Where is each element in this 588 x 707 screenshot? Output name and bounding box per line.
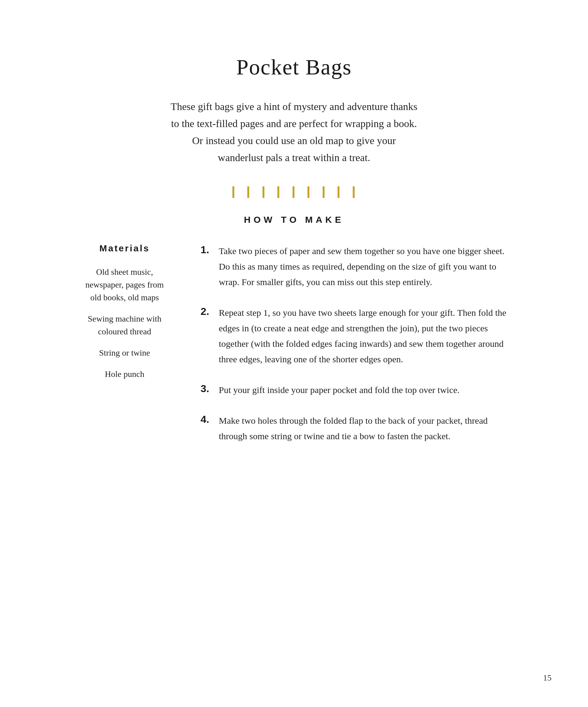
how-to-make-heading: HOW TO MAKE: [79, 214, 509, 225]
page: Pocket Bags These gift bags give a hint …: [0, 0, 588, 707]
step-3-number: 3.: [201, 382, 219, 395]
content-area: Materials Old sheet music, newspaper, pa…: [79, 243, 509, 459]
step-3-text: Put your gift inside your paper pocket a…: [219, 382, 459, 398]
decorative-divider: ❙ ❙ ❙ ❙ ❙ ❙ ❙ ❙ ❙: [79, 184, 509, 198]
materials-column: Materials Old sheet music, newspaper, pa…: [79, 243, 182, 389]
step-1: 1. Take two pieces of paper and sew them…: [201, 243, 509, 290]
step-4-text: Make two holes through the folded flap t…: [219, 413, 509, 444]
step-4-number: 4.: [201, 413, 219, 425]
step-4: 4. Make two holes through the folded fla…: [201, 413, 509, 444]
page-number: 15: [543, 673, 552, 683]
step-3: 3. Put your gift inside your paper pocke…: [201, 382, 509, 398]
step-1-number: 1.: [201, 243, 219, 256]
step-1-text: Take two pieces of paper and sew them to…: [219, 243, 509, 290]
intro-text: These gift bags give a hint of mystery a…: [170, 98, 419, 166]
materials-list: Old sheet music, newspaper, pages from o…: [79, 266, 170, 380]
list-item: Hole punch: [79, 368, 170, 380]
step-2-text: Repeat step 1, so you have two sheets la…: [219, 305, 509, 367]
divider-symbol: ❙ ❙ ❙ ❙ ❙ ❙ ❙ ❙ ❙: [229, 185, 360, 198]
list-item: Sewing machine with coloured thread: [79, 312, 170, 338]
steps-column: 1. Take two pieces of paper and sew them…: [182, 243, 509, 459]
page-title: Pocket Bags: [79, 55, 509, 80]
list-item: String or twine: [79, 346, 170, 359]
materials-heading: Materials: [79, 243, 170, 254]
step-2: 2. Repeat step 1, so you have two sheets…: [201, 305, 509, 367]
step-2-number: 2.: [201, 305, 219, 317]
list-item: Old sheet music, newspaper, pages from o…: [79, 266, 170, 304]
